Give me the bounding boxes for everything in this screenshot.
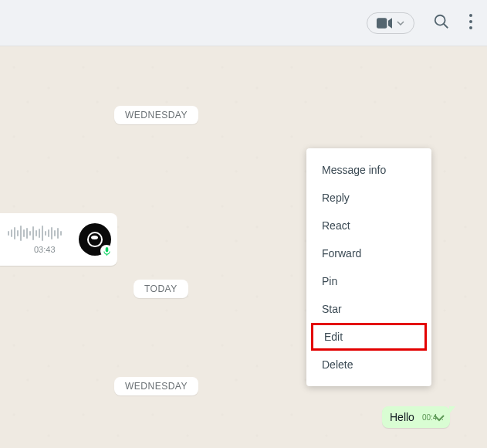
video-call-button[interactable] bbox=[367, 12, 414, 34]
search-button[interactable] bbox=[433, 13, 450, 33]
chevron-down-icon bbox=[433, 414, 445, 422]
svg-line-2 bbox=[444, 23, 448, 28]
menu-edit[interactable]: Edit bbox=[311, 323, 427, 351]
voice-timestamp: 03:43 bbox=[34, 245, 56, 254]
chat-header bbox=[0, 0, 487, 46]
voice-message-outgoing[interactable]: 03:43 bbox=[0, 213, 117, 266]
mic-badge-icon bbox=[100, 245, 113, 257]
menu-star[interactable]: Star bbox=[306, 295, 431, 323]
waveform-bars bbox=[8, 225, 76, 242]
menu-message-info[interactable]: Message info bbox=[306, 156, 431, 184]
svg-rect-0 bbox=[377, 18, 387, 28]
message-context-menu: Message info Reply React Forward Pin Sta… bbox=[306, 148, 431, 386]
svg-point-1 bbox=[435, 15, 445, 25]
outgoing-message-bubble[interactable]: Hello 00:4... bbox=[382, 406, 450, 428]
svg-point-5 bbox=[469, 26, 472, 29]
menu-forward[interactable]: Forward bbox=[306, 239, 431, 267]
message-text: Hello bbox=[390, 411, 414, 423]
menu-react[interactable]: React bbox=[306, 212, 431, 239]
menu-reply[interactable]: Reply bbox=[306, 184, 431, 212]
chevron-down-icon bbox=[397, 21, 404, 25]
voice-waveform: 03:43 bbox=[8, 225, 76, 254]
message-options-chevron[interactable] bbox=[433, 411, 445, 425]
svg-rect-6 bbox=[105, 247, 108, 252]
search-icon bbox=[433, 13, 450, 30]
svg-point-4 bbox=[469, 20, 472, 23]
date-separator: TODAY bbox=[134, 280, 188, 298]
menu-delete[interactable]: Delete bbox=[306, 351, 431, 378]
contact-avatar bbox=[79, 223, 111, 256]
svg-point-3 bbox=[469, 14, 472, 17]
date-separator: WEDNESDAY bbox=[114, 106, 198, 124]
chat-area: WEDNESDAY 03:43 TODAY WEDNESDAY Hello 00… bbox=[0, 46, 487, 448]
more-menu-button[interactable] bbox=[468, 14, 473, 32]
kebab-icon bbox=[468, 14, 473, 29]
video-icon bbox=[377, 18, 392, 29]
chat-background: WEDNESDAY 03:43 TODAY WEDNESDAY Hello 00… bbox=[0, 46, 487, 448]
menu-pin[interactable]: Pin bbox=[306, 267, 431, 295]
date-separator: WEDNESDAY bbox=[114, 377, 198, 395]
